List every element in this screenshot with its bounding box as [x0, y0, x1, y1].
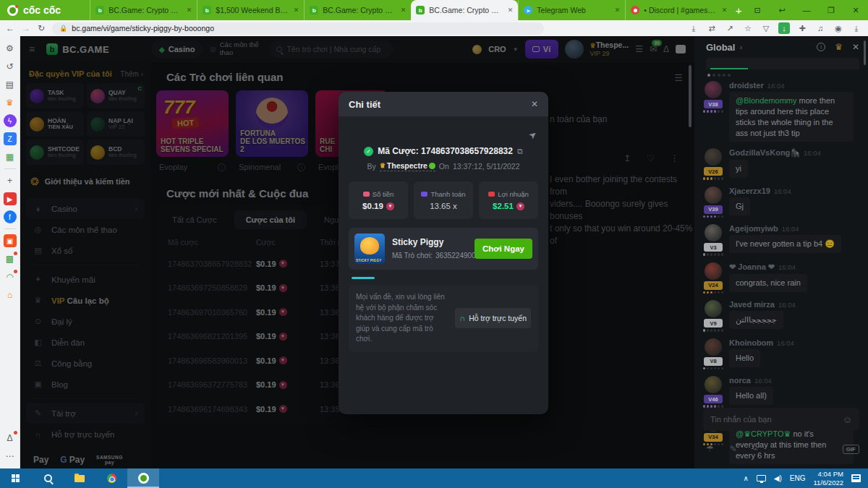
chat-room-title[interactable]: Global	[706, 42, 735, 53]
coccoc-download-icon[interactable]: ↓	[778, 22, 790, 34]
chat-username[interactable]: ❤ Joanna ❤16:04	[729, 262, 859, 272]
browser-tab[interactable]: • Discord | #games | BC G✕	[625, 0, 732, 20]
avatar[interactable]	[705, 187, 722, 204]
shop-icon[interactable]: ▣	[4, 234, 17, 247]
chat-pinned-banner[interactable]	[706, 58, 859, 69]
back-button[interactable]: ←	[6, 23, 14, 33]
url-text[interactable]: bc.game/vi/game/sticky-piggy-by-booongo	[72, 24, 214, 33]
volume-icon[interactable]: ◀)	[774, 474, 782, 482]
chat-scrollbar[interactable]	[864, 40, 866, 65]
avatar[interactable]	[705, 338, 722, 356]
youtube-icon[interactable]: ▶	[4, 192, 17, 205]
settings-gear-icon[interactable]: ⚙	[4, 42, 17, 55]
taskbar-search[interactable]	[32, 468, 64, 488]
network-icon[interactable]	[757, 475, 766, 481]
newsfeed-icon[interactable]: ▤	[4, 78, 17, 91]
copy-bet-id-icon[interactable]: ⧉	[517, 147, 523, 156]
bookmark-star-icon[interactable]: ☆	[742, 22, 754, 34]
chat-username[interactable]: Xjacerzx1916:04	[729, 187, 859, 195]
downloads-tray-icon[interactable]: ⤓	[851, 22, 862, 34]
minimize-button[interactable]: —	[794, 0, 819, 20]
avatar[interactable]	[705, 300, 722, 317]
avatar[interactable]	[705, 262, 722, 280]
tab-close-icon[interactable]: ✕	[615, 7, 621, 14]
page-scrollbar[interactable]	[689, 65, 692, 127]
start-button[interactable]	[0, 468, 32, 488]
chat-username[interactable]: Javed mirza16:04	[729, 300, 859, 309]
media-icon[interactable]: ♫	[814, 22, 826, 34]
games-icon[interactable]: ▦	[4, 150, 17, 163]
coccoc-button[interactable]	[127, 468, 159, 488]
chat-close-icon[interactable]: ✕	[852, 42, 859, 52]
reopen-tab-icon[interactable]: ↩	[770, 0, 794, 20]
chat-username[interactable]: GodzillaVsKong🦍16:04	[729, 148, 859, 158]
facebook-icon[interactable]: f	[4, 210, 17, 223]
avatar[interactable]	[705, 148, 722, 166]
browser-tab[interactable]: b$1,500 Weekend Booongo M✕	[197, 0, 304, 20]
gift-icon[interactable]: ▩	[4, 252, 17, 265]
chat-info-icon[interactable]: !	[817, 43, 825, 51]
chat-input-wrap[interactable]: ☺	[703, 408, 859, 431]
add-shortcut-icon[interactable]: +	[4, 174, 17, 187]
tray-chevron-icon[interactable]: ∧	[743, 474, 748, 482]
url-field[interactable]: 🔒 bc.game/vi/game/sticky-piggy-by-booong…	[52, 22, 544, 35]
maximize-button[interactable]: ❐	[819, 0, 843, 20]
stat-label: Số tiền	[363, 190, 394, 198]
chat-room-chevron-icon[interactable]: ›	[739, 43, 742, 51]
action-center-icon[interactable]	[851, 474, 861, 482]
more-icon[interactable]: ⋯	[4, 450, 17, 463]
coccoc-vip-icon[interactable]: ♛	[4, 96, 17, 109]
adblock-shield-icon[interactable]: ▽	[760, 22, 772, 34]
live-support-button[interactable]: ∩ Hỗ trợ trực tuyến	[455, 308, 531, 328]
chat-username[interactable]: norca16:04	[729, 376, 859, 385]
browser-tab[interactable]: bBC.Game: Crypto Casino Gam✕	[304, 0, 411, 20]
mention-link[interactable]: @Blondemommy	[736, 96, 797, 105]
tab-close-icon[interactable]: ✕	[294, 7, 299, 14]
tab-preview-icon[interactable]: ⊡	[745, 0, 770, 20]
education-icon[interactable]: ◠	[4, 270, 17, 283]
browser-tab[interactable]: bBC.Game: Crypto Casino Gam✕	[90, 0, 197, 20]
bet-author[interactable]: ♛Thespectre	[380, 161, 435, 171]
history-icon[interactable]: ↺	[4, 60, 17, 73]
browser-tab[interactable]: ➤Telegram Web✕	[518, 0, 625, 20]
avatar[interactable]	[705, 81, 722, 98]
trophy-icon[interactable]: ♛	[835, 42, 843, 52]
gif-button[interactable]: GIF	[843, 445, 859, 454]
extensions-icon[interactable]: ✚	[796, 22, 808, 34]
tab-close-icon[interactable]: ✕	[722, 7, 728, 14]
zalo-icon[interactable]: Z	[4, 132, 17, 145]
chrome-button[interactable]	[95, 468, 127, 488]
emoji-icon[interactable]: ☺	[843, 414, 852, 425]
play-now-button[interactable]: Chơi Ngay	[475, 239, 532, 259]
close-window-button[interactable]: ✕	[843, 0, 868, 20]
share-bet-icon[interactable]: ➤	[527, 128, 540, 142]
reload-button[interactable]: ↻	[38, 23, 45, 33]
tab-close-icon[interactable]: ✕	[508, 7, 514, 14]
save-page-icon[interactable]: ⤓	[688, 22, 699, 34]
cart-icon[interactable]: ⌂	[4, 288, 17, 301]
chat-username[interactable]: droidster16:04	[729, 81, 859, 90]
tab-close-icon[interactable]: ✕	[187, 7, 192, 14]
avatar[interactable]	[705, 224, 722, 241]
rain-tip-icon[interactable]: ☂	[706, 444, 714, 454]
forward-button[interactable]: →	[22, 23, 30, 33]
clock[interactable]: 4:04 PM 11/6/2022	[813, 470, 843, 487]
modal-close-icon[interactable]: ✕	[531, 99, 538, 109]
game-thumbnail[interactable]: STICKY PIGGY	[354, 234, 385, 264]
messenger-icon[interactable]: ϟ	[4, 114, 17, 127]
browser-tab[interactable]: bBC.Game: Crypto Casino Gam✕	[411, 0, 518, 20]
avatar[interactable]	[705, 376, 722, 393]
file-explorer-button[interactable]	[64, 468, 95, 488]
new-tab-button[interactable]: +	[732, 1, 745, 20]
plugin-icon[interactable]: ⌁	[753, 444, 758, 454]
chat-rules-icon[interactable]: ✎	[730, 444, 737, 454]
share-icon[interactable]: ↗	[724, 22, 736, 34]
chat-input[interactable]	[710, 415, 838, 424]
profile-icon[interactable]: ◉	[833, 22, 844, 34]
chat-username[interactable]: Khoinobom16:04	[729, 338, 859, 347]
translate-icon[interactable]: ⇄	[706, 22, 718, 34]
tab-close-icon[interactable]: ✕	[401, 7, 407, 14]
chat-username[interactable]: Ageijomyiwb16:04	[729, 224, 859, 233]
notification-bell-icon[interactable]: Δ	[4, 432, 17, 445]
language-indicator[interactable]: ENG	[790, 474, 806, 482]
